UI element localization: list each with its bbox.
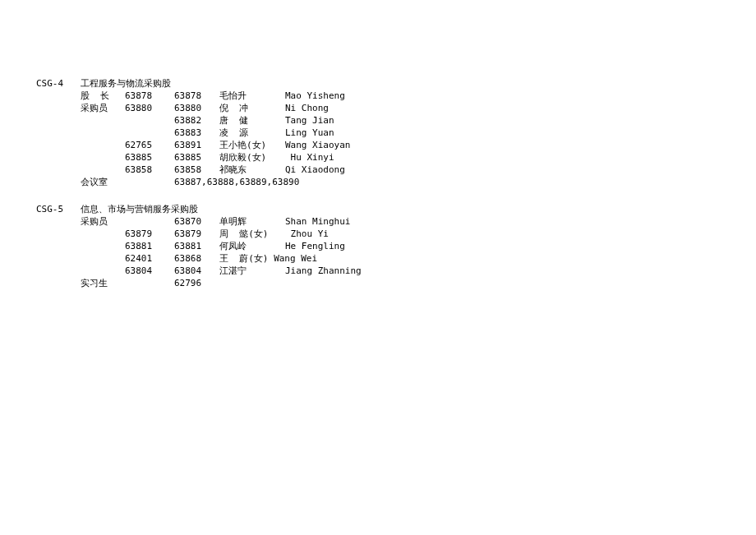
indent: [36, 215, 81, 228]
data-row: 63882唐 健Tang Jian: [36, 114, 756, 127]
extension-1: [125, 127, 174, 139]
name-chinese: 单明辉: [219, 215, 285, 228]
section: CSG-4工程服务与物流采购股股 长6387863878毛怡升Mao Yishe…: [36, 77, 756, 188]
name-pinyin: Tang Jian: [285, 114, 756, 127]
data-row: 实习生62796: [36, 277, 756, 289]
section-code: CSG-5: [36, 203, 81, 215]
name-pinyin: Qi Xiaodong: [285, 164, 756, 176]
name-pinyin: Zhou Yi: [285, 228, 756, 240]
indent: [36, 114, 81, 127]
extension-1: 63880: [125, 102, 174, 114]
department-name: 信息、市场与营销服务采购股: [81, 203, 756, 215]
data-row: 6388563885胡欣毅(女) Hu Xinyi: [36, 151, 756, 164]
indent: [36, 252, 81, 265]
name-pinyin: Ling Yuan: [285, 127, 756, 139]
extension-2: 63881: [174, 240, 219, 252]
role: 采购员: [81, 102, 125, 114]
data-row: 采购员63870单明辉Shan Minghui: [36, 215, 756, 228]
name-chinese: 周 懿(女): [219, 228, 285, 240]
data-row: 6380463804江湛宁Jiang Zhanning: [36, 265, 756, 277]
name-pinyin: Shan Minghui: [285, 215, 756, 228]
name-pinyin: Jiang Zhanning: [285, 265, 756, 277]
name-chinese: 江湛宁: [219, 265, 285, 277]
extension-1: [125, 114, 174, 127]
indent: [36, 139, 81, 151]
data-row: 股 长6387863878毛怡升Mao Yisheng: [36, 90, 756, 102]
extension-2: 63868: [174, 252, 219, 265]
name-pinyin: Wang Xiaoyan: [285, 139, 756, 151]
indent: [36, 240, 81, 252]
extension-1: 63858: [125, 164, 174, 176]
role: 实习生: [81, 277, 125, 289]
name-pinyin: Wang Wei: [274, 252, 756, 265]
role: [81, 164, 125, 176]
role: 采购员: [81, 215, 125, 228]
data-row: 6387963879周 懿(女) Zhou Yi: [36, 228, 756, 240]
indent: [36, 228, 81, 240]
name-chinese: 王小艳(女): [219, 139, 285, 151]
extension-list: 63887,63888,63889,63890: [174, 176, 299, 188]
extension-2: 63882: [174, 114, 219, 127]
name-chinese: 倪 冲: [219, 102, 285, 114]
role: [81, 127, 125, 139]
indent: [36, 176, 81, 188]
indent: [36, 151, 81, 164]
name-chinese: 何凤岭: [219, 240, 285, 252]
role: [81, 240, 125, 252]
department-name: 工程服务与物流采购股: [81, 77, 756, 90]
indent: [36, 127, 81, 139]
name-pinyin: Mao Yisheng: [285, 90, 756, 102]
name-chinese: 凌 源: [219, 127, 285, 139]
name-pinyin: Ni Chong: [285, 102, 756, 114]
data-row: 6276563891王小艳(女)Wang Xiaoyan: [36, 139, 756, 151]
extension-2: 62796: [174, 277, 219, 289]
extension-2: 63891: [174, 139, 219, 151]
role: [81, 151, 125, 164]
extension-1: 63885: [125, 151, 174, 164]
role: [81, 114, 125, 127]
section-code: CSG-4: [36, 77, 81, 90]
indent: [36, 102, 81, 114]
extension-1: 62401: [125, 252, 174, 265]
section-header-row: CSG-4工程服务与物流采购股: [36, 77, 756, 90]
data-row: 会议室63887,63888,63889,63890: [36, 176, 756, 188]
name-pinyin: He Fengling: [285, 240, 756, 252]
role: [81, 252, 125, 265]
extension-1: 63804: [125, 265, 174, 277]
name-pinyin: Hu Xinyi: [285, 151, 756, 164]
extension-2: 63878: [174, 90, 219, 102]
extension-1: [125, 215, 174, 228]
extension-1: 63881: [125, 240, 174, 252]
extension-2: 63870: [174, 215, 219, 228]
indent: [36, 90, 81, 102]
section-header-row: CSG-5信息、市场与营销服务采购股: [36, 203, 756, 215]
extension-2: 63880: [174, 102, 219, 114]
section: CSG-5信息、市场与营销服务采购股采购员63870单明辉Shan Minghu…: [36, 203, 756, 289]
name-chinese: 唐 健: [219, 114, 285, 127]
extension-2: 63885: [174, 151, 219, 164]
data-row: 6240163868王 蔚(女) Wang Wei: [36, 252, 756, 265]
name-chinese: [219, 277, 285, 289]
name-chinese: 胡欣毅(女): [219, 151, 285, 164]
name-pinyin: [285, 277, 756, 289]
role: [81, 139, 125, 151]
extension-1: 62765: [125, 139, 174, 151]
indent: [36, 164, 81, 176]
indent: [36, 277, 81, 289]
data-row: 6388163881何凤岭He Fengling: [36, 240, 756, 252]
extension-1: [125, 176, 174, 188]
data-row: 63883凌 源Ling Yuan: [36, 127, 756, 139]
extension-2: 63883: [174, 127, 219, 139]
indent: [36, 265, 81, 277]
role: 会议室: [81, 176, 125, 188]
extension-2: 63804: [174, 265, 219, 277]
extension-1: 63878: [125, 90, 174, 102]
extension-1: [125, 277, 174, 289]
data-row: 采购员6388063880倪 冲Ni Chong: [36, 102, 756, 114]
extension-1: 63879: [125, 228, 174, 240]
extension-2: 63858: [174, 164, 219, 176]
role: [81, 228, 125, 240]
document-content: CSG-4工程服务与物流采购股股 长6387863878毛怡升Mao Yishe…: [36, 77, 756, 289]
name-chinese: 祁晓东: [219, 164, 285, 176]
role: 股 长: [81, 90, 125, 102]
